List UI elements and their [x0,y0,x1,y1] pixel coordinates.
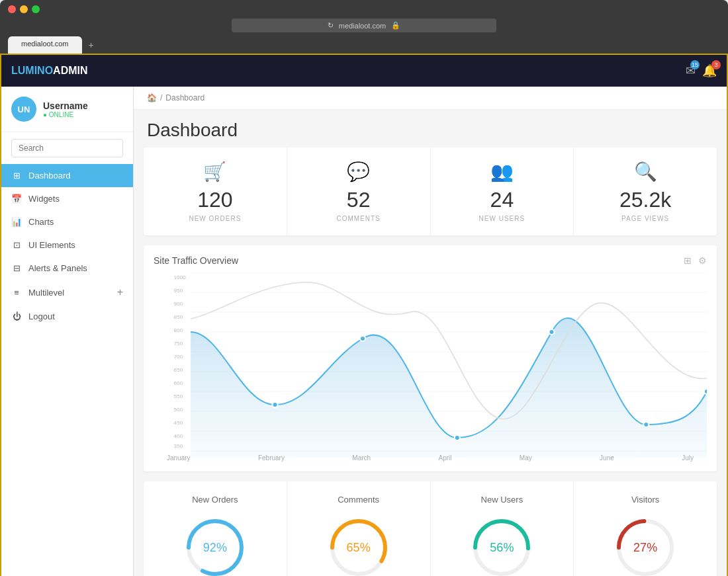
multilevel-icon: ≡ [11,288,22,298]
sidebar-nav: ⊞ Dashboard 📅 Widgets 📊 Charts ⊡ UI Elem… [1,164,133,576]
bell-badge: 3 [711,60,721,69]
sidebar-item-ui-elements[interactable]: ⊡ UI Elements [1,233,133,257]
multilevel-add-btn[interactable]: + [117,286,123,298]
gauges-row: New Orders 92% Comments [144,481,717,576]
gauge-visitors-title: Visitors [587,495,704,505]
stat-new-users: 👥 24 NEW USERS [431,147,574,235]
chart-actions: ⊞ ⚙ [684,255,707,266]
month-feb: February [258,454,285,462]
gauge-new-users: New Users 56% [431,481,574,576]
page-title: Dashboard [147,120,713,141]
gauge-visitors-percent: 27% [633,541,657,555]
svg-point-24 [272,402,277,407]
svg-point-28 [643,422,649,427]
maximize-btn[interactable] [32,5,40,13]
month-jun: June [600,454,614,462]
close-btn[interactable] [8,5,16,13]
month-apr: April [438,454,451,462]
sidebar-label-widgets: Widgets [28,194,123,204]
svg-text:850: 850 [174,314,183,320]
bell-icon-btn[interactable]: 🔔 3 [702,63,717,78]
gauge-new-orders: New Orders 92% [144,481,287,576]
gauge-comments-percent: 65% [347,541,371,555]
gauge-new-orders-title: New Orders [157,495,273,505]
sidebar-label-logout: Logout [28,311,123,321]
svg-text:750: 750 [174,341,183,347]
new-orders-number: 120 [157,188,273,212]
security-icon: 🔒 [391,21,400,30]
mail-badge: 15 [690,60,700,69]
comments-number: 52 [300,188,417,212]
breadcrumb: 🏠 / Dashboard [134,87,727,110]
sidebar-item-charts[interactable]: 📊 Charts [1,210,133,233]
svg-text:450: 450 [174,420,183,426]
svg-text:600: 600 [174,380,183,386]
gauge-comments: Comments 65% [287,481,431,576]
sidebar-item-widgets[interactable]: 📅 Widgets [1,187,133,210]
sidebar-username: Username [43,101,88,111]
gauge-new-users-percent: 56% [490,541,514,555]
brand: LUMINOADMIN [11,65,88,77]
comments-label: COMMENTS [300,215,417,222]
new-orders-icon: 🛒 [157,161,273,183]
chart-expand-icon[interactable]: ⊞ [684,255,692,266]
minimize-btn[interactable] [20,5,28,13]
breadcrumb-current: Dashboard [165,93,205,103]
main-content: 🏠 / Dashboard Dashboard 🛒 120 NEW ORDERS… [134,87,727,576]
stat-page-views: 🔍 25.2k PAGE VIEWS [574,147,717,235]
svg-point-27 [549,329,554,335]
stats-row: 🛒 120 NEW ORDERS 💬 52 COMMENTS 👥 24 NEW … [144,147,717,235]
new-users-label: NEW USERS [444,215,561,222]
svg-text:500: 500 [174,407,183,413]
breadcrumb-separator: / [160,93,162,103]
sidebar-label-ui: UI Elements [28,240,123,250]
new-tab-btn[interactable]: + [82,36,101,54]
search-input[interactable] [11,139,123,157]
gauge-new-orders-percent: 92% [203,541,227,555]
sidebar: UN Username ● ONLINE ⊞ Dashboard 📅 Widge… [1,87,134,576]
gauge-new-users-circle: 56% [469,514,535,576]
svg-text:950: 950 [174,288,183,294]
gauge-new-orders-circle: 92% [182,514,248,576]
svg-point-26 [455,435,460,440]
svg-text:550: 550 [174,393,183,399]
gauge-comments-title: Comments [300,495,417,505]
chart-settings-icon[interactable]: ⚙ [698,255,707,266]
mail-icon-btn[interactable]: ✉ 15 [686,63,696,78]
sidebar-label-alerts: Alerts & Panels [28,263,123,273]
home-icon[interactable]: 🏠 [147,93,157,103]
gauge-visitors-circle: 27% [612,514,678,576]
svg-point-29 [704,389,707,394]
sidebar-label-dashboard: Dashboard [28,171,123,181]
sidebar-search-container [1,132,133,164]
stat-comments: 💬 52 COMMENTS [287,147,431,235]
new-users-icon: 👥 [444,161,561,183]
svg-text:900: 900 [174,301,183,307]
alerts-icon: ⊟ [11,263,22,273]
month-jul: July [682,454,694,462]
traffic-chart: 1000 950 900 850 800 750 700 650 600 550… [154,272,707,458]
gauge-new-users-title: New Users [444,495,561,505]
chart-title: Site Traffic Overview [154,255,238,266]
sidebar-item-multilevel[interactable]: ≡ Multilevel + [1,280,133,305]
page-views-number: 25.2k [587,188,704,212]
ui-icon: ⊡ [11,240,22,250]
svg-point-25 [360,336,365,341]
svg-text:350: 350 [174,443,183,449]
refresh-icon[interactable]: ↻ [328,21,334,30]
month-jan: January [167,454,191,462]
navbar: LUMINOADMIN ✉ 15 🔔 3 [1,55,727,87]
svg-text:1000: 1000 [174,274,187,280]
month-may: May [520,454,532,462]
brand-lumino: LUMINO [11,65,53,76]
sidebar-item-logout[interactable]: ⏻ Logout [1,305,133,328]
browser-tab[interactable]: medialoot.com [8,36,82,54]
sidebar-label-multilevel: Multilevel [28,288,111,298]
gauge-visitors: Visitors 27% [574,481,717,576]
page-views-label: PAGE VIEWS [587,215,704,222]
gauge-comments-circle: 65% [326,514,392,576]
sidebar-item-alerts[interactable]: ⊟ Alerts & Panels [1,257,133,280]
new-users-number: 24 [444,188,561,212]
sidebar-item-dashboard[interactable]: ⊞ Dashboard [1,164,133,187]
page-header: Dashboard [134,110,727,147]
